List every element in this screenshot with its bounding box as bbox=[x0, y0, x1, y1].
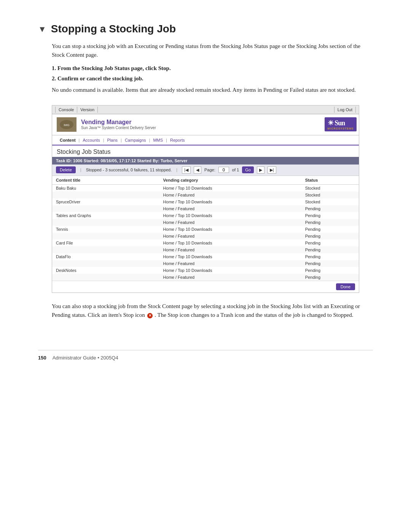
stop-icon-inline: ✕ bbox=[147, 313, 153, 318]
delete-button[interactable]: Delete bbox=[56, 166, 76, 173]
cell-status: Pending bbox=[301, 219, 359, 226]
next-page-button[interactable]: ▶ bbox=[257, 166, 264, 174]
nav-accounts[interactable]: Accounts bbox=[80, 137, 103, 143]
navigation-bar: Content | Accounts | Plans | Campaigns |… bbox=[52, 136, 359, 145]
cell-vending-category: Home / Featured bbox=[159, 192, 301, 198]
sun-logo-text: ☀ Sun bbox=[328, 119, 354, 127]
cell-status: Pending bbox=[301, 253, 359, 260]
first-page-button[interactable]: |◀ bbox=[182, 166, 191, 174]
done-button[interactable]: Done bbox=[336, 283, 355, 290]
table-row: Home / FeaturedStocked bbox=[52, 192, 359, 198]
task-header-row: Task ID: 1006 Started: 08/16/05, 17:17:1… bbox=[52, 157, 359, 165]
cell-content-title: DataFlo bbox=[52, 253, 159, 260]
nav-mms[interactable]: MMS bbox=[150, 137, 166, 143]
app-banner: IMG Vending Manager Sun Java™ System Con… bbox=[52, 114, 359, 136]
logout-button[interactable]: Log Out bbox=[334, 107, 356, 113]
intro-paragraph: You can stop a stocking job with an Exec… bbox=[52, 42, 373, 60]
cell-content-title: SpruceDriver bbox=[52, 198, 159, 205]
app-title: Vending Manager bbox=[81, 119, 156, 126]
cell-vending-category: Home / Featured bbox=[159, 246, 301, 253]
app-subtitle: Sun Java™ System Content Delivery Server bbox=[81, 126, 156, 130]
cell-vending-category: Home / Featured bbox=[159, 205, 301, 212]
cell-vending-category: Home / Top 10 Downloads bbox=[159, 253, 301, 260]
banner-text: Vending Manager Sun Java™ System Content… bbox=[81, 119, 156, 130]
cell-vending-category: Home / Featured bbox=[159, 260, 301, 267]
banner-left: IMG Vending Manager Sun Java™ System Con… bbox=[57, 117, 156, 132]
cell-content-title: Card File bbox=[52, 240, 159, 246]
cell-vending-category: Home / Top 10 Downloads bbox=[159, 184, 301, 192]
table-row: Home / FeaturedPending bbox=[52, 205, 359, 212]
cell-status: Pending bbox=[301, 226, 359, 233]
go-button[interactable]: Go bbox=[242, 166, 254, 173]
page-title: Stocking Job Status bbox=[57, 149, 354, 155]
step1-text: 1. From the Stocking Job Status page, cl… bbox=[52, 65, 373, 72]
table-row: Home / FeaturedPending bbox=[52, 260, 359, 267]
table-row: SpruceDriverHome / Top 10 DownloadsStock… bbox=[52, 198, 359, 205]
console-nav-item[interactable]: Console bbox=[55, 107, 77, 113]
page-label: Page: bbox=[204, 168, 215, 172]
page-footer: 150 Administrator Guide • 2005Q4 bbox=[38, 350, 373, 361]
table-row: Home / FeaturedPending bbox=[52, 233, 359, 240]
toolbar-row: Delete | Stopped - 3 successful, 0 failu… bbox=[52, 165, 359, 176]
page-of-label: of 1 bbox=[232, 168, 239, 172]
cell-vending-category: Home / Top 10 Downloads bbox=[159, 240, 301, 246]
nav-plans[interactable]: Plans bbox=[104, 137, 121, 143]
cell-status: Pending bbox=[301, 267, 359, 274]
cell-status: Pending bbox=[301, 274, 359, 281]
col-header-content-title: Content title bbox=[52, 176, 159, 185]
last-page-button[interactable]: ▶| bbox=[268, 166, 276, 174]
cell-vending-category: Home / Top 10 Downloads bbox=[159, 212, 301, 219]
table-row: Card FileHome / Top 10 DownloadsPending bbox=[52, 240, 359, 246]
cell-content-title bbox=[52, 260, 159, 267]
nav-campaigns[interactable]: Campaigns bbox=[122, 137, 149, 143]
cell-content-title: Tennis bbox=[52, 226, 159, 233]
table-row: Baku BakuHome / Top 10 DownloadsStocked bbox=[52, 184, 359, 192]
cell-vending-category: Home / Top 10 Downloads bbox=[159, 226, 301, 233]
col-header-status: Status bbox=[301, 176, 359, 185]
app-logo-image: IMG bbox=[57, 117, 76, 132]
footer-page-number: 150 bbox=[38, 355, 46, 361]
cell-status: Pending bbox=[301, 212, 359, 219]
cell-content-title bbox=[52, 246, 159, 253]
svg-text:IMG: IMG bbox=[64, 123, 69, 127]
cell-vending-category: Home / Featured bbox=[159, 233, 301, 240]
cell-content-title: DeskNotes bbox=[52, 267, 159, 274]
cell-content-title bbox=[52, 274, 159, 281]
step2-text: 2. Confirm or cancel the stocking job. bbox=[52, 75, 373, 82]
page-input[interactable] bbox=[218, 167, 229, 173]
page-title-bar: Stocking Job Status bbox=[52, 145, 359, 157]
stocking-job-table: Content title Vending category Status Ba… bbox=[52, 176, 359, 281]
table-row: TennisHome / Top 10 DownloadsPending bbox=[52, 226, 359, 233]
cell-vending-category: Home / Featured bbox=[159, 219, 301, 226]
outro-paragraph: You can also stop a stocking job from th… bbox=[52, 302, 373, 320]
sun-logo-subtitle: MICROSYSTEMS bbox=[328, 127, 354, 130]
cell-status: Stocked bbox=[301, 184, 359, 192]
prev-page-button[interactable]: ◀ bbox=[194, 166, 201, 174]
cell-vending-category: Home / Top 10 Downloads bbox=[159, 198, 301, 205]
cell-content-title bbox=[52, 219, 159, 226]
nav-reports[interactable]: Reports bbox=[167, 137, 188, 143]
cell-content-title bbox=[52, 205, 159, 212]
col-header-vending-category: Vending category bbox=[159, 176, 301, 185]
cell-status: Pending bbox=[301, 233, 359, 240]
outro-text-end: . The Stop icon changes to a Trash icon … bbox=[155, 312, 353, 318]
screenshot-container: Console Version Log Out IMG Vending Mana… bbox=[52, 105, 359, 293]
top-bar-left: Console Version bbox=[55, 107, 98, 113]
nav-content[interactable]: Content bbox=[57, 137, 79, 143]
table-row: DeskNotesHome / Top 10 DownloadsPending bbox=[52, 267, 359, 274]
table-row: DataFloHome / Top 10 DownloadsPending bbox=[52, 253, 359, 260]
cell-content-title bbox=[52, 233, 159, 240]
version-nav-item[interactable]: Version bbox=[77, 107, 98, 113]
table-row: Home / FeaturedPending bbox=[52, 246, 359, 253]
cell-content-title: Tables and Graphs bbox=[52, 212, 159, 219]
cell-status: Pending bbox=[301, 205, 359, 212]
cell-status: Stocked bbox=[301, 192, 359, 198]
table-row: Tables and GraphsHome / Top 10 Downloads… bbox=[52, 212, 359, 219]
top-bar: Console Version Log Out bbox=[52, 105, 359, 114]
page-heading-title: Stopping a Stocking Job bbox=[51, 23, 176, 35]
section-heading: ▼ Stopping a Stocking Job bbox=[38, 23, 373, 35]
sun-logo: ☀ Sun MICROSYSTEMS bbox=[327, 117, 354, 132]
footer-description: Administrator Guide • 2005Q4 bbox=[53, 355, 118, 361]
done-row: Done bbox=[52, 281, 359, 292]
cell-content-title bbox=[52, 192, 159, 198]
